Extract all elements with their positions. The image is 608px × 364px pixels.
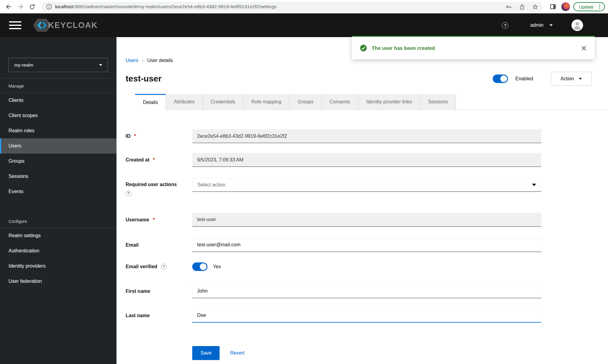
tab-details[interactable]: Details (135, 94, 166, 110)
help-icon[interactable]: ? (126, 191, 131, 196)
email-verified-toggle[interactable] (192, 262, 207, 271)
chevron-down-icon (579, 78, 582, 80)
enabled-toggle[interactable] (493, 75, 508, 83)
tab-consents[interactable]: Consents (322, 94, 359, 109)
nav-toggle-hamburger-icon[interactable] (9, 21, 21, 29)
page-title: test-user (126, 74, 162, 84)
update-label: Update (579, 4, 593, 9)
password-key-icon[interactable] (506, 3, 512, 10)
tab-credentials[interactable]: Credentials (203, 94, 244, 109)
select-placeholder: Select action (197, 182, 225, 188)
chevron-down-icon (532, 184, 536, 186)
user-dropdown-label: admin (530, 23, 544, 28)
share-icon[interactable] (519, 3, 526, 10)
user-avatar[interactable] (572, 19, 583, 31)
field-row-last-name: Last name (126, 309, 541, 323)
sidebar-item-client-scopes[interactable]: Client scopes (0, 108, 116, 123)
realm-selector[interactable]: my-realm (9, 58, 108, 72)
chrome-update-button[interactable]: Update (573, 2, 605, 11)
browser-back-button[interactable] (4, 2, 13, 11)
created-at-label: Created at (126, 157, 149, 163)
site-info-icon[interactable] (46, 3, 52, 10)
toast-close-button[interactable] (581, 45, 587, 51)
help-icon[interactable]: ? (161, 264, 167, 269)
nav-section-manage: Manage Clients Client scopes Realm roles… (0, 78, 116, 199)
tab-attributes[interactable]: Attributes (166, 94, 203, 109)
main-content: Users › User details test-user Enabled A… (116, 37, 608, 364)
revert-button[interactable]: Revert (230, 350, 244, 356)
required-asterisk: * (153, 157, 155, 163)
username-input (192, 213, 541, 227)
breadcrumb-users-link[interactable]: Users (126, 58, 138, 63)
success-check-icon (360, 44, 367, 52)
id-label: ID (126, 133, 130, 139)
bookmark-star-icon[interactable] (532, 3, 539, 10)
chevron-down-icon (99, 64, 102, 66)
sidebar: my-realm Manage Clients Client scopes Re… (0, 37, 116, 364)
chevron-down-icon (550, 24, 553, 26)
sidebar-item-identity-providers[interactable]: Identity providers (0, 258, 116, 274)
help-icon[interactable]: ? (502, 22, 508, 29)
sidebar-item-users[interactable]: Users (0, 138, 116, 154)
last-name-label: Last name (126, 313, 150, 318)
username-label: Username (126, 217, 149, 223)
first-name-label: First name (126, 289, 150, 294)
tab-role-mapping[interactable]: Role mapping (243, 94, 290, 109)
sidebar-item-sessions[interactable]: Sessions (0, 169, 116, 184)
field-row-created-at: Created at * (126, 153, 541, 167)
realm-selector-label: my-realm (14, 62, 33, 68)
action-dropdown-label: Action (561, 76, 574, 81)
refresh-icon (29, 3, 36, 10)
required-asterisk: * (153, 217, 155, 223)
sidebar-item-realm-settings[interactable]: Realm settings (0, 228, 116, 243)
last-name-input[interactable] (192, 309, 541, 323)
save-button[interactable]: Save (192, 346, 220, 360)
address-bar[interactable]: localhost:8081/admin/master/console/#/my… (41, 2, 543, 12)
tab-identity-provider-links[interactable]: Identity provider links (358, 94, 420, 109)
nav-section-title: Configure (0, 214, 116, 228)
sidebar-nav: Manage Clients Client scopes Realm roles… (0, 78, 116, 289)
field-row-email-verified: Email verified ? Yes (126, 262, 541, 272)
url-text: localhost:8081/admin/master/console/#/my… (55, 4, 502, 9)
browser-refresh-button[interactable] (27, 2, 36, 11)
page-header: test-user Enabled Action (126, 72, 608, 86)
created-at-input (192, 153, 541, 167)
tab-sessions[interactable]: Sessions (420, 94, 456, 109)
toast-message: The user has been created (372, 45, 435, 51)
field-row-username: Username * (126, 213, 541, 227)
sidebar-item-authentication[interactable]: Authentication (0, 243, 116, 258)
url-path: :8081/admin/master/console/#/my-realm/us… (74, 4, 276, 9)
field-row-id: ID * (126, 129, 541, 143)
sidebar-item-user-federation[interactable]: User federation (0, 274, 116, 289)
browser-menu-icon[interactable] (598, 4, 602, 10)
action-dropdown-button[interactable]: Action (551, 72, 592, 86)
sidebar-item-events[interactable]: Events (0, 184, 116, 199)
required-user-actions-select[interactable]: Select action (192, 178, 541, 192)
email-verified-state: Yes (213, 264, 221, 269)
user-details-form: ID * Created at * Required user actions … (126, 129, 541, 360)
sidebar-item-groups[interactable]: Groups (0, 154, 116, 169)
forward-arrow-icon (17, 3, 24, 10)
brand-wordmark: KEYCLOAK (48, 21, 98, 30)
nav-section-configure: Configure Realm settings Authentication … (0, 214, 116, 289)
user-dropdown[interactable]: admin (530, 23, 553, 28)
person-icon (572, 19, 583, 31)
keycloak-logo[interactable]: KEYCLOAK (33, 18, 98, 32)
sidebar-item-realm-roles[interactable]: Realm roles (0, 123, 116, 138)
browser-forward-button[interactable] (16, 2, 25, 11)
id-input (192, 129, 541, 143)
first-name-input[interactable] (192, 284, 541, 298)
browser-profile-avatar[interactable] (561, 2, 570, 11)
breadcrumb-current: User details (147, 58, 173, 63)
tab-bar: Details Attributes Credentials Role mapp… (135, 94, 608, 110)
tab-groups[interactable]: Groups (290, 94, 321, 109)
form-actions: Save Revert (192, 346, 541, 360)
close-icon (581, 46, 586, 51)
side-panel-toggle[interactable] (548, 2, 558, 11)
field-row-first-name: First name (126, 284, 541, 298)
url-host: localhost (55, 4, 74, 9)
required-asterisk: * (134, 133, 136, 139)
sidebar-item-clients[interactable]: Clients (0, 93, 116, 108)
email-input[interactable] (192, 238, 541, 252)
email-label: Email (126, 242, 139, 248)
